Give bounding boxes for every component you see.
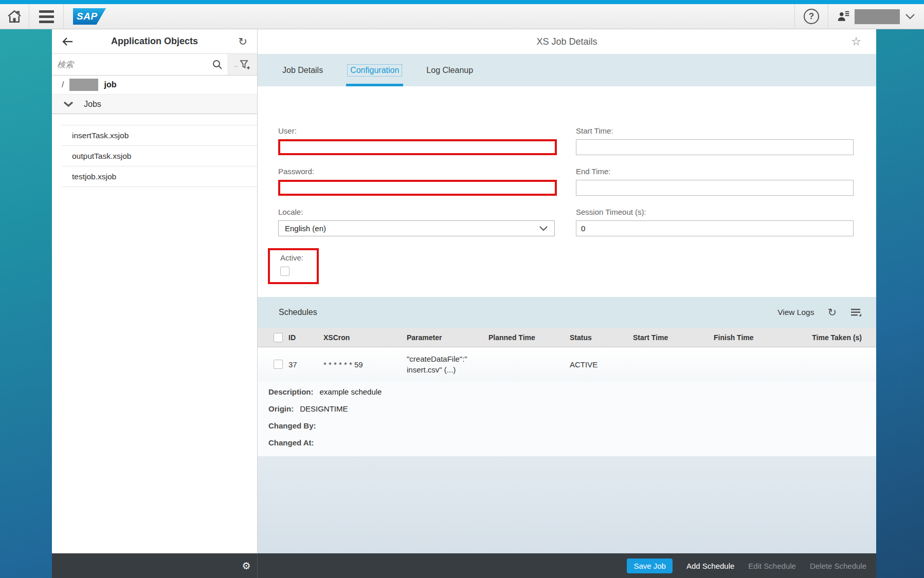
- schedules-title: Schedules: [279, 308, 317, 317]
- toolbar-right: ?: [794, 4, 924, 29]
- favorite-button[interactable]: ☆: [847, 29, 865, 54]
- start-time-input[interactable]: [576, 139, 854, 155]
- detail-changed-by: Changed By:: [268, 417, 876, 434]
- column-header-finish-time: Finish Time: [714, 333, 803, 342]
- user-icon: [837, 10, 850, 23]
- cell-xscron: * * * * * * 59: [323, 360, 407, 369]
- column-header-status: Status: [570, 333, 633, 342]
- filter-button[interactable]: ..: [227, 54, 257, 75]
- search-icon[interactable]: [212, 59, 223, 70]
- breadcrumb-package: job: [104, 80, 116, 89]
- jobs-section-toggle[interactable]: Jobs: [52, 95, 257, 114]
- end-time-input[interactable]: [576, 180, 854, 196]
- locale-label: Locale:: [278, 208, 557, 216]
- edit-schedule-button[interactable]: Edit Schedule: [748, 562, 796, 570]
- save-job-button[interactable]: Save Job: [627, 558, 673, 573]
- delete-schedule-button[interactable]: Delete Schedule: [810, 562, 866, 570]
- footer-sidebar-section: ⚙: [52, 553, 258, 578]
- shell-toolbar: SAP ?: [0, 4, 924, 29]
- form-column-left: User: Password: Locale: English (en) Act…: [278, 126, 557, 297]
- column-header-id: ID: [288, 333, 323, 342]
- schedule-row[interactable]: 37 * * * * * * 59 "createDataFile":" ins…: [258, 347, 876, 381]
- cell-status: ACTIVE: [570, 360, 633, 369]
- sidebar-title: Application Objects: [111, 36, 198, 47]
- session-timeout-label: Session Timeout (s):: [576, 208, 854, 216]
- form-column-right: Start Time: End Time: Session Timeout (s…: [576, 126, 854, 297]
- schedules-refresh-button[interactable]: ↻: [827, 306, 837, 319]
- select-all-checkbox[interactable]: [274, 333, 283, 342]
- cell-id: 37: [288, 360, 323, 369]
- sap-logo-text: SAP: [77, 11, 98, 22]
- locale-select[interactable]: English (en): [278, 220, 555, 236]
- column-header-parameter: Parameter: [407, 333, 488, 342]
- tab-job-details[interactable]: Job Details: [279, 54, 327, 86]
- dropdown-chevron-icon: [539, 226, 548, 231]
- job-list: insertTask.xsjob outputTask.xsjob testjo…: [62, 125, 257, 187]
- column-header-planned-time: Planned Time: [488, 333, 570, 342]
- refresh-icon: ↻: [238, 35, 247, 48]
- tab-log-cleanup[interactable]: Log Cleanup: [423, 54, 477, 86]
- sidebar-header: Application Objects ↻: [52, 29, 257, 54]
- chevron-down-icon: [904, 13, 916, 20]
- detail-changed-at: Changed At:: [268, 434, 876, 451]
- toolbar-separator: [63, 4, 64, 29]
- home-icon: [7, 9, 22, 24]
- help-button[interactable]: ?: [795, 4, 828, 29]
- user-menu[interactable]: [828, 4, 924, 29]
- column-header-xscron: XSCron: [323, 333, 407, 342]
- detail-origin: Origin: DESIGNTIME: [268, 400, 876, 417]
- filter-icon: [239, 59, 250, 70]
- view-logs-button[interactable]: View Logs: [777, 308, 814, 317]
- detail-description: Description: example schedule: [268, 383, 876, 400]
- home-button[interactable]: [0, 4, 29, 29]
- toolbar-left: SAP: [0, 4, 106, 29]
- settings-button[interactable]: ⚙: [237, 553, 256, 578]
- table-settings-button[interactable]: [850, 307, 862, 318]
- breadcrumb-slash: /: [62, 80, 64, 89]
- filter-ellipsis: ..: [234, 61, 238, 68]
- back-button[interactable]: [59, 29, 77, 53]
- configuration-form: User: Password: Locale: English (en) Act…: [258, 86, 876, 297]
- screen: SAP ?: [0, 0, 924, 578]
- section-chevron-icon: [63, 101, 74, 107]
- search-field: [52, 54, 227, 75]
- search-input[interactable]: [57, 60, 212, 69]
- redacted-username: [855, 9, 900, 24]
- xs-job-details-panel: XS Job Details ☆ Job Details Configurati…: [258, 29, 876, 553]
- redacted-package-name: [69, 79, 98, 91]
- end-time-label: End Time:: [576, 167, 854, 176]
- column-header-start-time: Start Time: [633, 333, 714, 342]
- breadcrumb: / job: [52, 76, 257, 95]
- password-label: Password:: [278, 167, 557, 176]
- session-timeout-input[interactable]: [576, 220, 854, 236]
- refresh-icon: ↻: [827, 306, 837, 319]
- user-label: User:: [278, 126, 557, 135]
- active-label: Active:: [280, 253, 303, 262]
- sidebar-search-row: ..: [52, 54, 257, 76]
- column-header-time-taken: Time Taken (s): [803, 333, 876, 342]
- sap-logo: SAP: [73, 8, 106, 25]
- menu-button[interactable]: [29, 4, 63, 29]
- gear-icon: ⚙: [242, 560, 250, 572]
- sidebar-refresh-button[interactable]: ↻: [233, 29, 252, 53]
- schedules-actions: View Logs ↻: [777, 306, 862, 319]
- password-input[interactable]: [278, 180, 557, 196]
- page-title: XS Job Details: [536, 36, 597, 47]
- help-glyph: ?: [809, 11, 814, 22]
- active-field-highlight: Active:: [268, 248, 319, 284]
- list-item-testjob[interactable]: testjob.xsjob: [62, 166, 257, 187]
- schedules-toolbar: Schedules View Logs ↻: [258, 297, 876, 328]
- back-arrow-icon: [62, 37, 74, 46]
- active-checkbox[interactable]: [280, 267, 289, 276]
- add-schedule-button[interactable]: Add Schedule: [686, 562, 734, 570]
- list-item-inserttask[interactable]: insertTask.xsjob: [62, 125, 257, 146]
- list-item-outputtask[interactable]: outputTask.xsjob: [62, 146, 257, 166]
- help-icon: ?: [804, 9, 819, 24]
- application-objects-panel: Application Objects ↻ ..: [52, 29, 258, 553]
- table-settings-icon: [850, 307, 862, 318]
- tab-configuration[interactable]: Configuration: [346, 54, 403, 86]
- start-time-label: Start Time:: [576, 126, 854, 135]
- user-input[interactable]: [278, 139, 557, 155]
- star-icon: ☆: [851, 35, 861, 48]
- row-checkbox[interactable]: [274, 360, 283, 369]
